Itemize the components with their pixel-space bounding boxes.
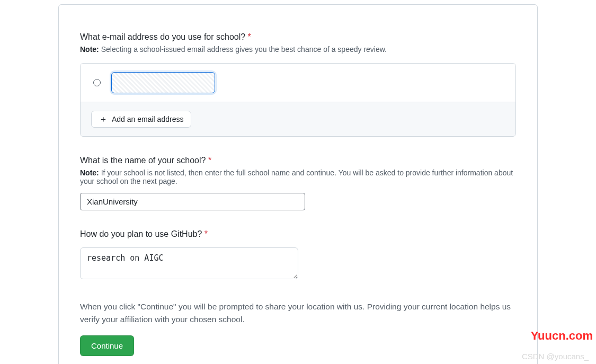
email-note: Note: Selecting a school-issued email ad… bbox=[80, 45, 516, 54]
add-email-row: ＋ Add an email address bbox=[81, 102, 515, 136]
plan-question-text: How do you plan to use GitHub? bbox=[80, 229, 202, 238]
school-question-text: What is the name of your school? bbox=[80, 156, 206, 165]
school-section: What is the name of your school? * Note:… bbox=[80, 156, 516, 210]
note-label: Note: bbox=[80, 168, 99, 177]
watermark-side: Yuucn.com bbox=[531, 329, 593, 343]
location-disclaimer: When you click "Continue" you will be pr… bbox=[80, 300, 516, 326]
plan-textarea[interactable] bbox=[80, 247, 298, 279]
form-panel: What e-mail address do you use for schoo… bbox=[58, 4, 538, 364]
continue-button[interactable]: Continue bbox=[80, 335, 134, 356]
school-note-text: If your school is not listed, then enter… bbox=[80, 168, 513, 185]
email-radio[interactable] bbox=[93, 79, 101, 86]
email-question: What e-mail address do you use for schoo… bbox=[80, 32, 516, 42]
school-note: Note: If your school is not listed, then… bbox=[80, 168, 516, 185]
school-question: What is the name of your school? * bbox=[80, 156, 516, 165]
email-section: What e-mail address do you use for schoo… bbox=[80, 32, 516, 137]
email-note-text: Selecting a school-issued email address … bbox=[101, 45, 387, 54]
email-question-text: What e-mail address do you use for schoo… bbox=[80, 32, 245, 41]
required-marker: * bbox=[208, 156, 211, 165]
email-option-row[interactable] bbox=[81, 64, 515, 102]
add-email-label: Add an email address bbox=[112, 115, 183, 123]
email-box: ＋ Add an email address bbox=[80, 63, 516, 137]
required-marker: * bbox=[248, 32, 251, 41]
school-name-input[interactable] bbox=[80, 193, 305, 210]
plan-question: How do you plan to use GitHub? * bbox=[80, 229, 516, 239]
required-marker: * bbox=[204, 229, 208, 238]
watermark-bottom: CSDN @youcans_ bbox=[522, 352, 589, 361]
note-label: Note: bbox=[80, 45, 99, 54]
email-field[interactable] bbox=[111, 72, 215, 93]
add-email-button[interactable]: ＋ Add an email address bbox=[91, 111, 191, 128]
plus-icon: ＋ bbox=[99, 115, 108, 123]
plan-section: How do you plan to use GitHub? * bbox=[80, 229, 516, 281]
